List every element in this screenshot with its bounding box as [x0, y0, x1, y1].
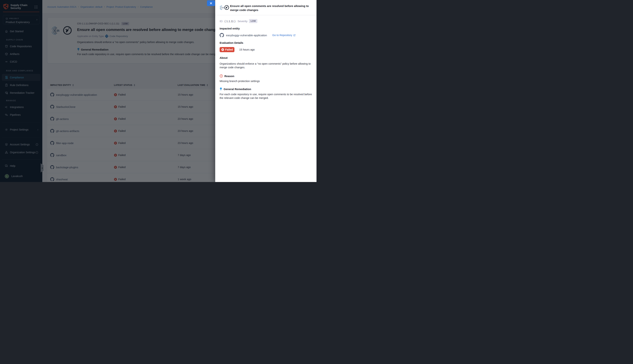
details-drawer: CIS Ensure all open comments are resolve… [215, 0, 316, 182]
remediation-heading: General Remediation [224, 88, 251, 91]
github-icon [220, 33, 224, 37]
cis-logo: CIS [220, 5, 224, 10]
remediation-heading-row: General Remediation [220, 87, 312, 91]
reason-heading-row: Reason [220, 74, 312, 78]
close-icon [210, 2, 212, 4]
severity-badge: LOW [249, 19, 257, 23]
reason-text: Missing branch protection settings [220, 80, 312, 83]
about-heading: About [220, 56, 312, 60]
remediation-text: For each code repository in use, require… [220, 92, 312, 100]
lightbulb-icon [220, 87, 222, 91]
entity-name: easybuggy-vulnerable-application [226, 34, 267, 37]
drawer-close-button[interactable] [207, 0, 215, 6]
about-text: Organizations should enforce a "no open … [220, 62, 312, 69]
evaluation-heading: Evaluation Details [220, 41, 312, 45]
status-badge: Failed [220, 47, 234, 52]
external-link-icon [293, 34, 296, 36]
drawer-body: ID: ( 1.1.11 ) Severity LOW Impacted ent… [220, 15, 312, 100]
id-label: ID: [220, 20, 223, 23]
app-root: Supply Chain Security PROJECT Product Ex… [0, 0, 316, 182]
go-to-repository-link[interactable]: Go to Repository [272, 34, 296, 36]
severity-label: Severity [238, 20, 248, 23]
id-value: ( 1.1.11 ) [224, 20, 235, 23]
drawer-header: CIS Ensure all open comments are resolve… [215, 0, 316, 15]
svg-text:CIS: CIS [221, 7, 224, 8]
owasp-logo [224, 5, 229, 10]
alert-circle-icon [220, 74, 223, 78]
circle-x-icon [221, 48, 224, 51]
drawer-title: Ensure all open comments are resolved be… [230, 4, 312, 12]
impacted-entity-heading: Impacted entity [220, 27, 312, 30]
evaluation-time: 15 hours ago [239, 48, 255, 51]
reason-heading: Reason [224, 74, 234, 78]
